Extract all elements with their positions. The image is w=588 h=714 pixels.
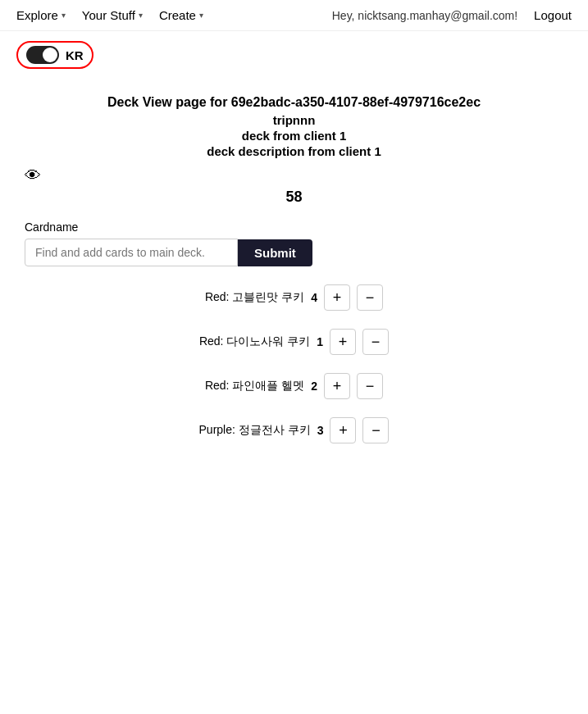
card-row: Purple: 정글전사 쿠키 3 + − — [25, 417, 563, 443]
card-minus-button-0[interactable]: − — [357, 284, 383, 311]
navigation: Explore ▾ Your Stuff ▾ Create ▾ Hey, nic… — [0, 0, 588, 31]
your-stuff-label: Your Stuff — [82, 8, 135, 22]
card-plus-button-2[interactable]: + — [324, 373, 350, 399]
card-count-0: 4 — [311, 291, 317, 304]
explore-nav[interactable]: Explore ▾ — [16, 8, 66, 22]
card-input-section: Cardname Submit — [25, 221, 563, 266]
your-stuff-nav[interactable]: Your Stuff ▾ — [82, 8, 143, 22]
card-count-1: 1 — [317, 335, 323, 348]
language-toggle-section: KR — [0, 31, 588, 79]
card-plus-button-1[interactable]: + — [330, 329, 356, 355]
card-plus-button-0[interactable]: + — [324, 284, 350, 311]
card-minus-button-2[interactable]: − — [357, 373, 383, 399]
deck-view-title: Deck View page for 69e2badc-a350-4107-88… — [25, 95, 563, 110]
user-greeting: Hey, nicktsang.manhay@gmail.com! — [332, 9, 517, 22]
submit-button[interactable]: Submit — [238, 239, 312, 266]
card-minus-button-3[interactable]: − — [362, 417, 389, 443]
create-chevron-icon: ▾ — [199, 11, 203, 20]
card-row: Red: 다이노사워 쿠키 1 + − — [25, 329, 563, 355]
card-minus-button-1[interactable]: − — [362, 329, 389, 355]
deck-client-name: deck from client 1 — [25, 129, 563, 143]
eye-icon: 👁 — [25, 166, 41, 185]
card-row: Red: 파인애플 헬멧 2 + − — [25, 373, 563, 399]
main-content: Deck View page for 69e2badc-a350-4107-88… — [0, 79, 588, 478]
explore-chevron-icon: ▾ — [62, 11, 66, 20]
card-color-name-1: Red: 다이노사워 쿠키 — [199, 334, 310, 349]
create-nav[interactable]: Create ▾ — [159, 8, 203, 22]
card-count-2: 2 — [311, 380, 317, 393]
language-code-label: KR — [66, 48, 84, 62]
card-input-row: Submit — [25, 239, 563, 266]
card-plus-button-3[interactable]: + — [330, 417, 356, 443]
language-toggle-wrapper[interactable]: KR — [16, 41, 93, 69]
card-color-name-0: Red: 고블린맛 쿠키 — [205, 290, 304, 305]
card-search-input[interactable] — [25, 239, 238, 266]
card-row: Red: 고블린맛 쿠키 4 + − — [25, 284, 563, 311]
deck-name: tripnnn — [25, 113, 563, 127]
create-label: Create — [159, 8, 196, 22]
cardname-label: Cardname — [25, 221, 563, 234]
toggle-track[interactable] — [26, 46, 59, 64]
your-stuff-chevron-icon: ▾ — [139, 11, 143, 20]
eye-row: 👁 — [25, 166, 563, 185]
deck-description: deck description from client 1 — [25, 144, 563, 158]
logout-button[interactable]: Logout — [534, 8, 572, 22]
card-color-name-2: Red: 파인애플 헬멧 — [205, 379, 304, 393]
toggle-thumb — [43, 48, 57, 62]
card-color-name-3: Purple: 정글전사 쿠키 — [199, 423, 311, 438]
explore-label: Explore — [16, 8, 58, 22]
view-count: 58 — [25, 189, 563, 206]
card-count-3: 3 — [317, 424, 324, 437]
card-list: Red: 고블린맛 쿠키 4 + − Red: 다이노사워 쿠키 1 + − R… — [25, 284, 563, 443]
